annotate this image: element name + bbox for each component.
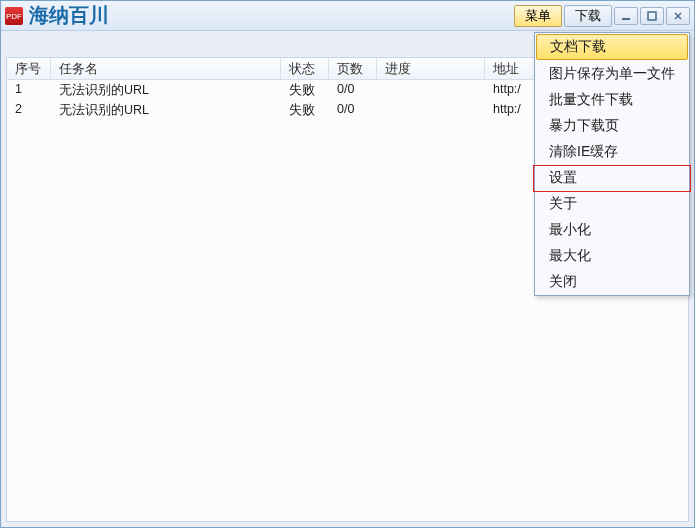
menu-item[interactable]: 暴力下载页 [535,113,689,139]
col-pages[interactable]: 页数 [329,58,377,79]
cell-seq: 2 [7,100,51,120]
menu-item[interactable]: 图片保存为单一文件 [535,61,689,87]
menu-item[interactable]: 关于 [535,191,689,217]
close-icon [673,11,683,21]
minimize-button[interactable] [614,7,638,25]
cell-status: 失败 [281,100,329,120]
col-progress[interactable]: 进度 [377,58,485,79]
cell-pages: 0/0 [329,100,377,120]
menu-item[interactable]: 设置 [535,165,689,191]
close-button[interactable] [666,7,690,25]
cell-progress [377,80,485,100]
col-seq[interactable]: 序号 [7,58,51,79]
cell-taskname: 无法识别的URL [51,100,281,120]
app-window: PDF 海纳百川 菜单 下载 文档下载图片保存为单一文件批量文件下载暴力下载页清… [0,0,695,528]
maximize-icon [647,11,657,21]
menu-dropdown: 文档下载图片保存为单一文件批量文件下载暴力下载页清除IE缓存设置关于最小化最大化… [534,32,690,296]
download-button[interactable]: 下载 [564,5,612,27]
cell-taskname: 无法识别的URL [51,80,281,100]
menu-item[interactable]: 最大化 [535,243,689,269]
menu-item[interactable]: 关闭 [535,269,689,295]
col-status[interactable]: 状态 [281,58,329,79]
cell-pages: 0/0 [329,80,377,100]
menu-item[interactable]: 清除IE缓存 [535,139,689,165]
cell-seq: 1 [7,80,51,100]
pdf-icon: PDF [5,7,23,25]
menu-button[interactable]: 菜单 [514,5,562,27]
cell-progress [377,100,485,120]
minimize-icon [621,11,631,21]
cell-status: 失败 [281,80,329,100]
svg-rect-1 [648,12,656,20]
menu-item[interactable]: 最小化 [535,217,689,243]
maximize-button[interactable] [640,7,664,25]
svg-rect-0 [622,18,630,20]
menu-item[interactable]: 文档下载 [536,34,688,60]
col-taskname[interactable]: 任务名 [51,58,281,79]
menu-item[interactable]: 批量文件下载 [535,87,689,113]
titlebar: PDF 海纳百川 菜单 下载 [1,1,694,31]
app-title: 海纳百川 [29,2,109,29]
title-buttons: 菜单 下载 [514,5,690,27]
